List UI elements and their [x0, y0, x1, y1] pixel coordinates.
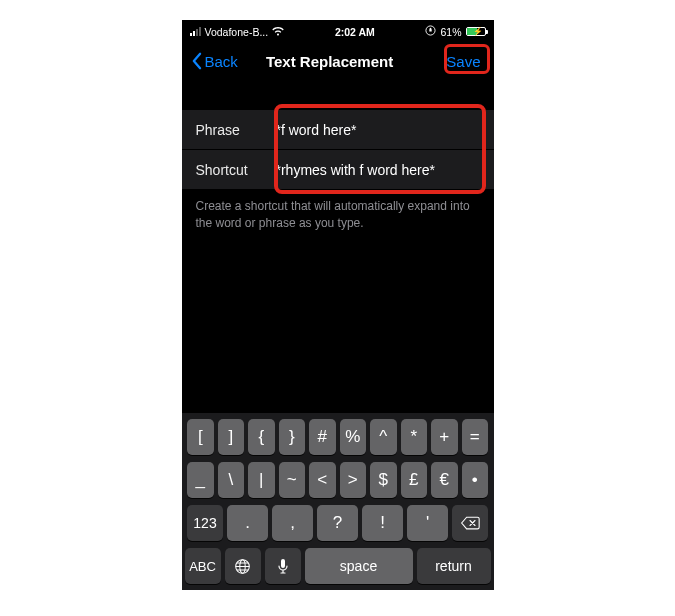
- battery-icon: ⚡: [466, 27, 486, 36]
- key[interactable]: !: [362, 505, 403, 541]
- key-backspace[interactable]: [452, 505, 488, 541]
- key[interactable]: |: [248, 462, 275, 498]
- key[interactable]: .: [227, 505, 268, 541]
- key-space[interactable]: space: [305, 548, 413, 584]
- keyboard-row-4: ABC space return: [185, 548, 491, 584]
- key[interactable]: €: [431, 462, 458, 498]
- key[interactable]: <: [309, 462, 336, 498]
- keyboard-row-1: [ ] { } # % ^ * + =: [185, 419, 491, 455]
- key-globe[interactable]: [225, 548, 261, 584]
- key[interactable]: $: [370, 462, 397, 498]
- text-replacement-form: Phrase *f word here* Shortcut *rhymes wi…: [182, 110, 494, 232]
- shortcut-input[interactable]: *rhymes with f word here*: [276, 162, 480, 178]
- phrase-input[interactable]: *f word here*: [276, 122, 480, 138]
- keyboard-row-3: 123 . , ? ! ': [185, 505, 491, 541]
- key[interactable]: #: [309, 419, 336, 455]
- save-button[interactable]: Save: [441, 50, 485, 73]
- key[interactable]: ,: [272, 505, 313, 541]
- shortcut-row[interactable]: Shortcut *rhymes with f word here*: [182, 150, 494, 190]
- shortcut-label: Shortcut: [196, 162, 276, 178]
- key[interactable]: +: [431, 419, 458, 455]
- key[interactable]: ?: [317, 505, 358, 541]
- status-bar: Vodafone-B... 2:02 AM 61% ⚡: [182, 20, 494, 40]
- navigation-bar: Back Text Replacement Save: [182, 40, 494, 82]
- key[interactable]: {: [248, 419, 275, 455]
- key[interactable]: ^: [370, 419, 397, 455]
- carrier-label: Vodafone-B...: [205, 26, 269, 38]
- key[interactable]: =: [462, 419, 489, 455]
- key[interactable]: \: [218, 462, 245, 498]
- svg-rect-3: [281, 559, 285, 568]
- key[interactable]: •: [462, 462, 489, 498]
- key[interactable]: >: [340, 462, 367, 498]
- wifi-icon: [272, 26, 284, 38]
- keyboard: [ ] { } # % ^ * + = _ \ | ~ < > $ £ € • …: [182, 413, 494, 590]
- key-123[interactable]: 123: [187, 505, 223, 541]
- mic-icon: [277, 558, 289, 575]
- key[interactable]: £: [401, 462, 428, 498]
- phone-frame: Vodafone-B... 2:02 AM 61% ⚡ Back Text Re…: [182, 20, 494, 590]
- key[interactable]: ]: [218, 419, 245, 455]
- orientation-lock-icon: [425, 25, 436, 38]
- keyboard-row-2: _ \ | ~ < > $ £ € •: [185, 462, 491, 498]
- key-abc[interactable]: ABC: [185, 548, 221, 584]
- chevron-left-icon: [190, 52, 203, 70]
- clock: 2:02 AM: [335, 26, 375, 38]
- globe-icon: [234, 558, 251, 575]
- key[interactable]: %: [340, 419, 367, 455]
- key-return[interactable]: return: [417, 548, 491, 584]
- backspace-icon: [460, 516, 480, 530]
- key-mic[interactable]: [265, 548, 301, 584]
- signal-icon: [190, 27, 201, 36]
- key[interactable]: [: [187, 419, 214, 455]
- key[interactable]: ': [407, 505, 448, 541]
- form-footer: Create a shortcut that will automaticall…: [182, 190, 494, 232]
- key[interactable]: }: [279, 419, 306, 455]
- phrase-label: Phrase: [196, 122, 276, 138]
- key[interactable]: ~: [279, 462, 306, 498]
- key[interactable]: *: [401, 419, 428, 455]
- key[interactable]: _: [187, 462, 214, 498]
- phrase-row[interactable]: Phrase *f word here*: [182, 110, 494, 150]
- battery-pct: 61%: [440, 26, 461, 38]
- page-title: Text Replacement: [218, 53, 441, 70]
